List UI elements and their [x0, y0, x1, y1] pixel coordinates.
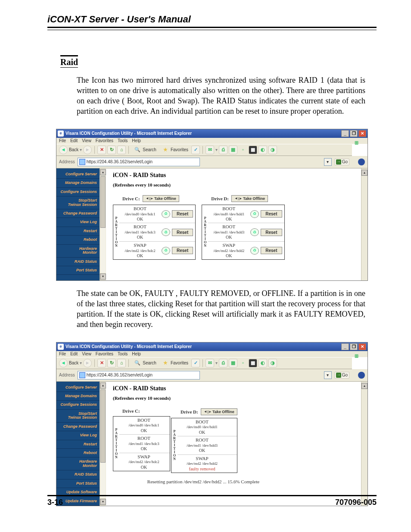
- nav-port-status[interactable]: Port Status: [56, 266, 100, 275]
- menu-file[interactable]: File: [59, 138, 66, 143]
- address-input[interactable]: https://204.48.36.162/servlet/Login: [78, 371, 200, 380]
- address-dropdown[interactable]: ▾: [324, 371, 332, 379]
- reset-button[interactable]: Reset: [261, 247, 282, 254]
- favorites-button[interactable]: ★Favorites: [161, 359, 188, 367]
- menu-edit[interactable]: Edit: [70, 138, 78, 143]
- toolbar-extra-2[interactable]: ◐: [258, 359, 267, 367]
- sidebar-scrollbar[interactable]: ▴ ▾: [100, 168, 106, 280]
- toolbar-extra-2[interactable]: ◐: [258, 146, 267, 154]
- reset-button[interactable]: Reset: [172, 229, 193, 236]
- search-button[interactable]: 🔍Search: [133, 359, 156, 367]
- toolbar-icon[interactable]: ▫: [239, 146, 247, 154]
- menu-file[interactable]: File: [59, 352, 66, 356]
- toolbar-extra-1[interactable]: ▦: [249, 146, 257, 154]
- main-scrollbar[interactable]: ▴: [361, 382, 367, 506]
- take-offline-button[interactable]: ◄))▸Take Offline: [201, 408, 237, 415]
- nav-reboot[interactable]: Reboot: [56, 236, 100, 244]
- nav-raid-status[interactable]: RAID Status: [56, 470, 100, 479]
- close-button[interactable]: ✕: [358, 343, 366, 350]
- nav-manage-domains[interactable]: Manage Domains: [56, 392, 100, 401]
- nav-stop-start-twinax-session[interactable]: Stop/StartTwinax Session: [56, 196, 100, 209]
- scroll-down-icon[interactable]: ▾: [100, 274, 106, 280]
- menu-edit[interactable]: Edit: [70, 352, 78, 356]
- sidebar-scrollbar[interactable]: ▴ ▾: [100, 382, 106, 506]
- menu-view[interactable]: View: [82, 352, 91, 356]
- menu-help[interactable]: Help: [132, 352, 141, 356]
- address-input[interactable]: https://204.48.36.162/servlet/Login: [78, 158, 200, 166]
- main-scroll-up-icon[interactable]: ▴: [361, 170, 367, 176]
- links-icon[interactable]: [358, 159, 365, 165]
- menu-favorites[interactable]: Favorites: [96, 352, 113, 356]
- address-dropdown[interactable]: ▾: [324, 158, 332, 166]
- toolbar-extra-3[interactable]: ◑: [268, 146, 277, 154]
- edit-button[interactable]: ▦: [229, 146, 237, 154]
- mail-button[interactable]: ✉: [206, 146, 214, 154]
- links-icon[interactable]: [358, 372, 365, 379]
- nav-manage-domains[interactable]: Manage Domains: [56, 179, 100, 187]
- home-button[interactable]: ⌂: [117, 146, 126, 154]
- nav-restart[interactable]: Restart: [56, 440, 100, 449]
- main-scrollbar[interactable]: ▴: [361, 168, 367, 280]
- search-button[interactable]: 🔍Search: [133, 146, 156, 154]
- maximize-button[interactable]: ❐: [350, 343, 358, 350]
- take-offline-button[interactable]: ◄))▸Take Offline: [231, 195, 268, 202]
- back-button[interactable]: ◄: [59, 359, 68, 367]
- print-button[interactable]: ⎙: [219, 359, 227, 367]
- nav-change-password[interactable]: Change Password: [56, 423, 100, 431]
- go-button[interactable]: →Go: [334, 159, 349, 165]
- menu-view[interactable]: View: [82, 138, 91, 143]
- mail-button[interactable]: ✉: [206, 359, 214, 367]
- nav-restart[interactable]: Restart: [56, 227, 100, 236]
- reset-button[interactable]: Reset: [261, 229, 282, 236]
- nav-stop-start-twinax-session[interactable]: Stop/StartTwinax Session: [56, 410, 100, 423]
- back-button[interactable]: ◄: [59, 146, 68, 154]
- nav-configure-server[interactable]: Configure Server: [56, 383, 100, 392]
- nav-reboot[interactable]: Reboot: [56, 449, 100, 457]
- scroll-up-icon[interactable]: ▴: [100, 383, 106, 389]
- menu-favorites[interactable]: Favorites: [96, 138, 113, 143]
- nav-configure-server[interactable]: Configure Server: [56, 170, 100, 179]
- nav-raid-status[interactable]: RAID Status: [56, 258, 100, 266]
- main-scroll-up-icon[interactable]: ▴: [361, 383, 367, 389]
- toolbar-icon[interactable]: ▫: [239, 359, 247, 367]
- nav-hardware-monitor[interactable]: HardwareMonitor: [56, 457, 100, 470]
- refresh-button[interactable]: ↻: [107, 359, 116, 367]
- stop-button[interactable]: ✕: [97, 146, 106, 154]
- menu-tools[interactable]: Tools: [118, 138, 128, 143]
- nav-configure-sessions[interactable]: Configure Sessions: [56, 401, 100, 409]
- history-button[interactable]: ✓: [191, 359, 200, 367]
- toolbar-extra-3[interactable]: ◑: [268, 359, 277, 367]
- partition-name: ROOT: [120, 224, 160, 230]
- take-offline-button[interactable]: ◄))▸Take Offline: [143, 195, 179, 202]
- nav-view-log[interactable]: View Log: [56, 218, 100, 227]
- toolbar-extra-1[interactable]: ▦: [249, 359, 257, 367]
- minimize-button[interactable]: _: [341, 130, 349, 137]
- refresh-button[interactable]: ↻: [107, 146, 116, 154]
- drive-block: Drive C: PARTITION BOOT /dev/md0 /dev/hd…: [113, 408, 170, 473]
- minimize-button[interactable]: _: [341, 343, 349, 350]
- history-button[interactable]: ✓: [191, 146, 200, 154]
- menu-help[interactable]: Help: [132, 138, 141, 143]
- maximize-button[interactable]: ❐: [350, 130, 358, 137]
- nav-hardware-monitor[interactable]: HardwareMonitor: [56, 245, 100, 258]
- reset-button[interactable]: Reset: [261, 210, 282, 218]
- edit-button[interactable]: ▦: [229, 359, 237, 367]
- menu-tools[interactable]: Tools: [118, 352, 128, 356]
- reset-button[interactable]: Reset: [172, 210, 193, 218]
- go-button[interactable]: →Go: [334, 372, 349, 379]
- close-button[interactable]: ✕: [358, 130, 366, 137]
- print-button[interactable]: ⎙: [219, 146, 227, 154]
- stop-button[interactable]: ✕: [97, 359, 106, 367]
- reset-button[interactable]: Reset: [172, 247, 193, 254]
- scroll-up-icon[interactable]: ▴: [100, 169, 106, 175]
- nav-view-log[interactable]: View Log: [56, 431, 100, 440]
- back-label[interactable]: Back: [69, 361, 78, 365]
- home-button[interactable]: ⌂: [117, 359, 126, 367]
- back-label[interactable]: Back: [69, 148, 78, 152]
- favorites-button[interactable]: ★Favorites: [161, 146, 188, 154]
- nav-change-password[interactable]: Change Password: [56, 209, 100, 218]
- forward-button[interactable]: ►: [83, 359, 92, 367]
- forward-button[interactable]: ►: [83, 146, 92, 154]
- nav-port-status[interactable]: Port Status: [56, 479, 100, 488]
- nav-configure-sessions[interactable]: Configure Sessions: [56, 188, 100, 196]
